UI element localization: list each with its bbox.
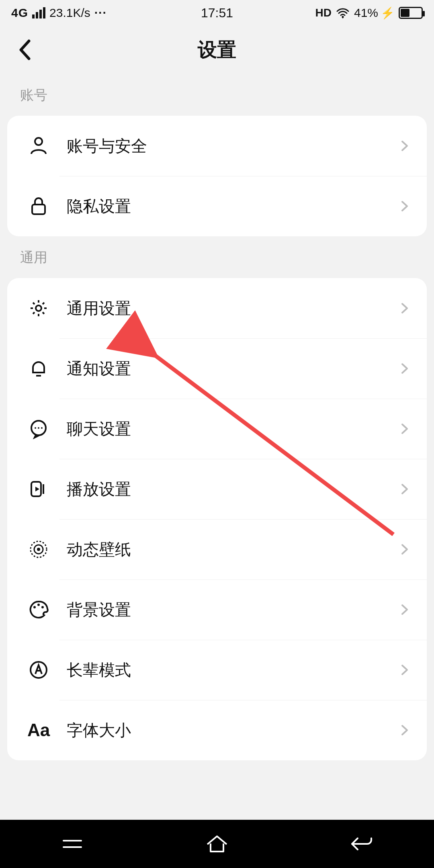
network-type: 4G xyxy=(11,6,28,20)
chevron-right-icon xyxy=(399,362,411,375)
card-general: 通用设置 通知设置 聊天设置 播放设置 xyxy=(7,278,427,760)
nav-back-button[interactable] xyxy=(348,834,376,854)
row-label: 字体大小 xyxy=(67,719,399,741)
chevron-right-icon xyxy=(399,200,411,212)
row-general-settings[interactable]: 通用设置 xyxy=(7,278,427,338)
row-label: 隐私设置 xyxy=(67,195,399,217)
back-button[interactable] xyxy=(14,39,35,60)
chevron-right-icon xyxy=(399,483,411,495)
chevron-right-icon xyxy=(399,423,411,435)
svg-point-1 xyxy=(35,138,42,145)
row-playback-settings[interactable]: 播放设置 xyxy=(7,459,427,519)
user-icon xyxy=(27,134,51,158)
chevron-right-icon xyxy=(399,664,411,676)
signal-icon xyxy=(32,7,45,18)
row-font-size[interactable]: Aa 字体大小 xyxy=(7,700,427,760)
status-bar: 4G 23.1K/s ··· 17:51 HD 41% ⚡ xyxy=(0,0,434,26)
row-label: 背景设置 xyxy=(67,599,399,621)
more-dots-icon: ··· xyxy=(94,6,107,20)
chevron-right-icon xyxy=(399,543,411,555)
chat-icon xyxy=(27,417,51,441)
nav-recents-button[interactable] xyxy=(58,834,86,854)
row-privacy[interactable]: 隐私设置 xyxy=(7,176,427,236)
row-label: 聊天设置 xyxy=(67,418,399,440)
target-icon xyxy=(27,537,51,561)
row-account-security[interactable]: 账号与安全 xyxy=(7,116,427,176)
svg-point-3 xyxy=(36,305,41,311)
row-notification-settings[interactable]: 通知设置 xyxy=(7,338,427,399)
row-label: 账号与安全 xyxy=(67,135,399,157)
section-label-general: 通用 xyxy=(0,236,434,278)
svg-point-6 xyxy=(38,427,39,429)
chevron-left-icon xyxy=(18,39,32,60)
card-account: 账号与安全 隐私设置 xyxy=(7,116,427,236)
chevron-right-icon xyxy=(399,140,411,152)
row-label: 通知设置 xyxy=(67,358,399,380)
header: 设置 xyxy=(0,26,434,74)
svg-point-7 xyxy=(41,427,43,429)
battery-icon xyxy=(399,7,423,19)
palette-icon xyxy=(27,598,51,622)
row-label: 动态壁纸 xyxy=(67,538,399,561)
chevron-right-icon xyxy=(399,724,411,736)
gear-icon xyxy=(27,296,51,320)
chevron-right-icon xyxy=(399,604,411,616)
font-size-icon: Aa xyxy=(27,718,51,742)
row-elder-mode[interactable]: 长辈模式 xyxy=(7,640,427,700)
lock-icon xyxy=(27,194,51,218)
nav-home-button[interactable] xyxy=(203,834,231,854)
wifi-icon xyxy=(336,7,350,18)
network-speed: 23.1K/s xyxy=(49,6,90,20)
chevron-right-icon xyxy=(399,302,411,314)
svg-rect-2 xyxy=(32,205,45,214)
svg-point-11 xyxy=(37,548,40,551)
system-nav-bar xyxy=(0,820,434,868)
row-label: 播放设置 xyxy=(67,478,399,500)
row-chat-settings[interactable]: 聊天设置 xyxy=(7,399,427,459)
row-label: 通用设置 xyxy=(67,297,399,319)
screen: 4G 23.1K/s ··· 17:51 HD 41% ⚡ 设置 账号 账 xyxy=(0,0,434,868)
row-label: 长辈模式 xyxy=(67,659,399,681)
svg-point-14 xyxy=(41,606,44,608)
bell-icon xyxy=(27,356,51,381)
charging-icon: ⚡ xyxy=(381,6,395,20)
svg-point-5 xyxy=(35,427,36,429)
svg-point-12 xyxy=(33,606,36,608)
a-circle-icon xyxy=(27,658,51,682)
section-label-account: 账号 xyxy=(0,74,434,116)
status-time: 17:51 xyxy=(201,6,233,20)
svg-point-13 xyxy=(37,604,40,606)
svg-point-0 xyxy=(342,16,344,18)
battery-pct: 41% xyxy=(354,6,378,20)
page-title: 设置 xyxy=(198,37,236,63)
hd-label: HD xyxy=(315,6,332,19)
row-background-settings[interactable]: 背景设置 xyxy=(7,579,427,640)
row-live-wallpaper[interactable]: 动态壁纸 xyxy=(7,519,427,579)
playback-icon xyxy=(27,477,51,501)
